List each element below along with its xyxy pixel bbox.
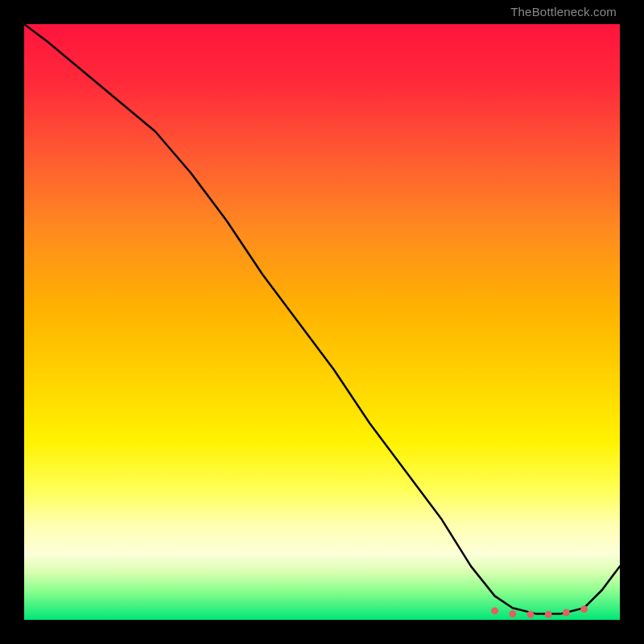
watermark-text: TheBottleneck.com	[510, 5, 617, 19]
chart-stage: TheBottleneck.com	[0, 0, 644, 644]
data-line	[24, 24, 620, 614]
chart-svg	[24, 24, 620, 620]
data-marker	[491, 607, 498, 614]
data-marker	[545, 611, 552, 618]
data-marker	[509, 610, 516, 617]
data-marker	[563, 609, 570, 617]
data-marker	[580, 605, 588, 613]
data-markers	[491, 605, 588, 618]
data-marker	[527, 611, 535, 618]
plot-area	[24, 24, 620, 620]
